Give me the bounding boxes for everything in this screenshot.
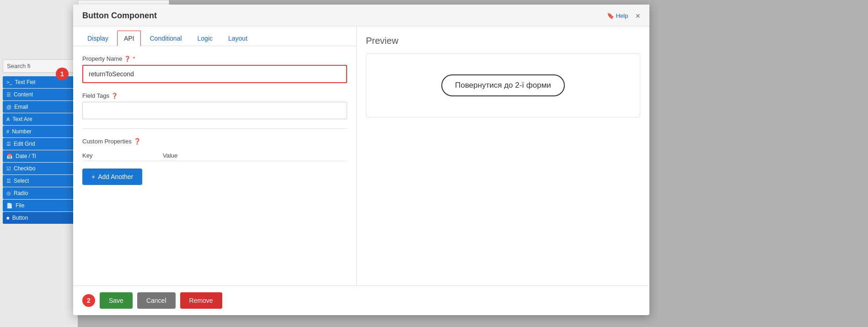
select-icon: ☰: [6, 178, 11, 184]
sidebar-item-editgrid[interactable]: ☰ Edit Grid: [3, 138, 75, 150]
step-badge-1: 1: [56, 68, 69, 80]
property-name-help-icon: ❓: [124, 56, 131, 62]
help-label: Help: [616, 12, 628, 19]
property-name-label: Property Name ❓ *: [82, 55, 347, 62]
sidebar-item-label: Edit Grid: [14, 141, 35, 147]
right-panel: Preview Повернутися до 2-ї форми: [357, 26, 649, 285]
preview-button-text: Повернутися до 2-ї форми: [455, 81, 551, 90]
sidebar-item-label: Email: [14, 104, 28, 110]
content-icon: ☰: [6, 92, 11, 98]
email-icon: @: [6, 104, 11, 110]
sidebar-item-label: Text Are: [12, 116, 32, 122]
required-marker: *: [133, 55, 135, 62]
sidebar-item-label: Number: [12, 128, 32, 135]
cancel-button[interactable]: Cancel: [137, 292, 176, 309]
field-tags-help-icon: ❓: [111, 93, 118, 99]
modal-header: Button Component 🔖 Help ×: [73, 5, 649, 26]
sidebar-item-button[interactable]: ■ Button: [3, 212, 75, 224]
property-name-input-wrapper: [82, 65, 347, 83]
sidebar-item-label: File: [16, 202, 24, 209]
field-tags-input[interactable]: [82, 102, 347, 119]
preview-title: Preview: [366, 36, 640, 46]
sidebar-item-label: Radio: [14, 190, 28, 196]
sidebar-item-radio[interactable]: ◎ Radio: [3, 187, 75, 199]
sidebar-item-label: Content: [14, 91, 33, 98]
sidebar-item-email[interactable]: @ Email: [3, 101, 75, 113]
tab-conditional[interactable]: Conditional: [143, 31, 188, 46]
custom-props-help-icon: ❓: [134, 138, 141, 145]
sidebar-item-label: Button: [12, 215, 28, 221]
close-button[interactable]: ×: [635, 12, 640, 20]
custom-properties-header: Custom Properties ❓: [82, 138, 347, 145]
sidebar-item-textarea[interactable]: A Text Are: [3, 113, 75, 125]
property-name-input[interactable]: [83, 66, 346, 82]
tabs: Display API Conditional Logic Layout: [73, 26, 356, 46]
sidebar-item-number[interactable]: # Number: [3, 126, 75, 137]
sidebar-item-label: Date / Ti: [16, 153, 36, 159]
modal-footer: 2 Save Cancel Remove: [73, 285, 649, 315]
tab-logic[interactable]: Logic: [191, 31, 220, 46]
button-icon: ■: [6, 215, 10, 221]
panel-content: Property Name ❓ * Field Tags ❓: [73, 46, 356, 285]
help-icon: 🔖: [607, 12, 614, 19]
textfield-icon: >_: [6, 79, 12, 85]
search-placeholder: Search fi: [7, 63, 30, 69]
sidebar-item-file[interactable]: 📄 File: [3, 200, 75, 211]
modal-title: Button Component: [82, 11, 157, 21]
section-divider: [82, 128, 347, 129]
sidebar-item-label: Select: [14, 178, 29, 184]
tab-display[interactable]: Display: [80, 31, 115, 46]
custom-properties-section: Custom Properties ❓ Key Value + Add Anot…: [82, 138, 347, 185]
editgrid-icon: ☰: [6, 141, 11, 147]
sidebar-item-date[interactable]: 📅 Date / Ti: [3, 150, 75, 162]
help-link[interactable]: 🔖 Help: [607, 12, 628, 19]
sidebar-item-checkbox[interactable]: ☑ Checkbo: [3, 163, 75, 174]
remove-button[interactable]: Remove: [180, 292, 222, 309]
sidebar-item-select[interactable]: ☰ Select: [3, 175, 75, 187]
sidebar-item-content[interactable]: ☰ Content: [3, 89, 75, 100]
date-icon: 📅: [6, 153, 13, 159]
modal-body: Display API Conditional Logic Layout: [73, 26, 649, 285]
plus-icon: +: [91, 173, 95, 180]
add-another-button[interactable]: + Add Another: [82, 169, 142, 185]
value-column-header: Value: [163, 152, 347, 159]
textarea-icon: A: [6, 116, 10, 122]
modal-header-right: 🔖 Help ×: [607, 12, 640, 20]
field-tags-label: Field Tags ❓: [82, 92, 347, 99]
preview-button[interactable]: Повернутися до 2-ї форми: [441, 74, 565, 96]
sidebar-item-label: Checkbo: [14, 165, 35, 172]
file-icon: 📄: [6, 203, 13, 209]
save-button[interactable]: Save: [100, 292, 133, 309]
radio-icon: ◎: [6, 190, 11, 196]
add-another-label: Add Another: [98, 173, 133, 180]
step-badge-2: 2: [82, 294, 95, 307]
number-icon: #: [6, 129, 9, 134]
field-tags-group: Field Tags ❓: [82, 92, 347, 119]
tab-layout[interactable]: Layout: [221, 31, 254, 46]
checkbox-icon: ☑: [6, 166, 11, 172]
props-table-header: Key Value: [82, 150, 347, 161]
sidebar-item-label: Text Fiel: [15, 79, 36, 85]
tab-api[interactable]: API: [117, 31, 141, 46]
key-column-header: Key: [82, 152, 155, 159]
left-panel: Display API Conditional Logic Layout: [73, 26, 357, 285]
property-name-group: Property Name ❓ *: [82, 55, 347, 83]
sidebar: Search fi >_ Text Fiel ☰ Content @ Email…: [0, 0, 78, 327]
preview-area: Повернутися до 2-ї форми: [366, 53, 640, 117]
modal: Button Component 🔖 Help × Display API Co…: [73, 5, 649, 315]
